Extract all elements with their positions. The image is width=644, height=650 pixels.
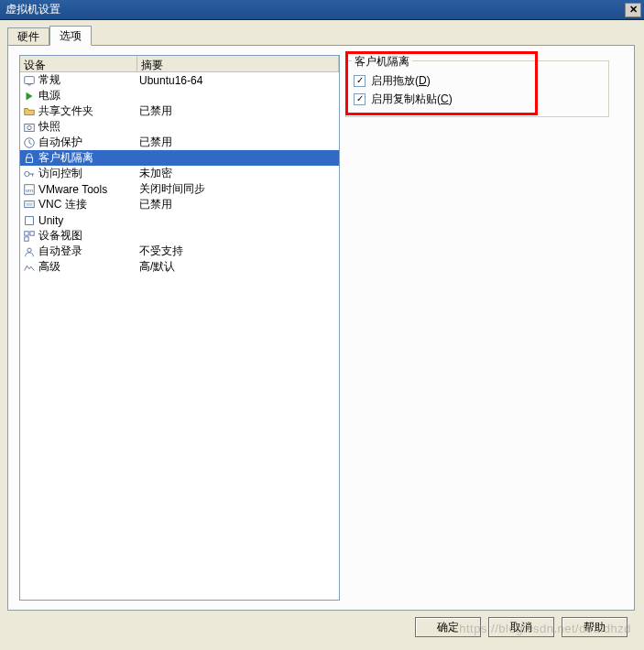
list-item-device: 自动登录 <box>38 244 139 259</box>
groupbox-guest-isolation: 客户机隔离 ✓ 启用拖放(D) ✓ 启用复制粘贴(C) <box>345 60 609 117</box>
checkbox-enable-copy-paste-label: 启用复制粘贴(C) <box>371 92 453 107</box>
folder-icon <box>22 104 37 119</box>
clock-icon <box>22 135 37 150</box>
list-item[interactable]: 常规Ubuntu16-64 <box>20 72 339 88</box>
tools-icon: vm <box>22 182 37 197</box>
list-item-device: 自动保护 <box>38 135 139 150</box>
power-icon <box>22 89 37 103</box>
advanced-icon <box>22 260 37 275</box>
list-item-device: Unity <box>38 214 139 227</box>
list-item-device: 高级 <box>38 259 139 275</box>
list-item-device: VMware Tools <box>38 183 139 196</box>
unity-icon <box>22 213 37 228</box>
svg-rect-6 <box>27 157 33 162</box>
settings-list[interactable]: 设备 摘要 常规Ubuntu16-64电源共享文件夹已禁用快照自动保护已禁用客户… <box>19 55 340 601</box>
tab-hardware[interactable]: 硬件 <box>7 27 49 46</box>
checkbox-enable-copy-paste-row[interactable]: ✓ 启用复制粘贴(C) <box>354 91 601 107</box>
list-item-summary: 不受支持 <box>139 244 339 259</box>
svg-point-4 <box>27 125 31 129</box>
device-icon <box>22 229 37 244</box>
list-item-device: 电源 <box>38 88 139 103</box>
detail-pane: 客户机隔离 ✓ 启用拖放(D) ✓ 启用复制粘贴(C) <box>345 55 623 601</box>
list-item[interactable]: 自动登录不受支持 <box>20 244 339 259</box>
svg-rect-13 <box>25 231 28 234</box>
list-item[interactable]: 客户机隔离 <box>20 150 339 166</box>
help-button[interactable]: 帮助 <box>562 617 628 637</box>
group-title: 客户机隔离 <box>352 54 412 70</box>
list-item-summary: 已禁用 <box>139 197 339 212</box>
general-icon <box>22 73 37 88</box>
list-item-device: 设备视图 <box>38 228 139 244</box>
close-button[interactable]: ✕ <box>625 3 641 17</box>
svg-rect-15 <box>25 236 28 240</box>
svg-marker-2 <box>27 92 33 100</box>
list-item-device: VNC 连接 <box>38 197 139 212</box>
login-icon <box>22 244 37 259</box>
snapshot-icon <box>22 120 37 135</box>
list-item[interactable]: 快照 <box>20 119 339 135</box>
list-item-summary: 未加密 <box>139 166 339 181</box>
checkbox-enable-drag-drop[interactable]: ✓ <box>354 75 366 87</box>
list-item[interactable]: 访问控制未加密 <box>20 166 339 181</box>
list-item-summary: 已禁用 <box>139 103 339 119</box>
cancel-button[interactable]: 取消 <box>488 617 554 637</box>
dialog-body: 硬件 选项 设备 摘要 常规Ubuntu16-64电源共享文件夹已禁用快照自动保… <box>0 20 644 618</box>
list-item-device: 快照 <box>38 119 139 135</box>
list-item[interactable]: 设备视图 <box>20 228 339 244</box>
list-item-summary: 已禁用 <box>139 135 339 150</box>
list-item[interactable]: 电源 <box>20 88 339 103</box>
col-device[interactable]: 设备 <box>20 56 137 71</box>
list-item[interactable]: 自动保护已禁用 <box>20 135 339 150</box>
checkbox-enable-drag-drop-row[interactable]: ✓ 启用拖放(D) <box>354 72 601 89</box>
vnc-icon <box>22 198 37 212</box>
list-item-device: 共享文件夹 <box>38 103 139 119</box>
tab-options[interactable]: 选项 <box>49 26 92 46</box>
tab-strip: 硬件 选项 <box>7 26 637 46</box>
list-header: 设备 摘要 <box>20 56 339 72</box>
lock-icon <box>22 151 37 166</box>
list-item-device: 客户机隔离 <box>38 150 139 166</box>
svg-rect-12 <box>26 216 34 224</box>
list-item-summary: Ubuntu16-64 <box>139 74 339 87</box>
list-item[interactable]: Unity <box>20 212 339 228</box>
list-item[interactable]: vmVMware Tools关闭时间同步 <box>20 181 339 197</box>
tab-content: 设备 摘要 常规Ubuntu16-64电源共享文件夹已禁用快照自动保护已禁用客户… <box>7 45 635 611</box>
list-item-summary: 关闭时间同步 <box>139 181 339 197</box>
ok-button[interactable]: 确定 <box>415 617 481 637</box>
button-row: 确定 取消 帮助 <box>415 617 628 637</box>
checkbox-enable-drag-drop-label: 启用拖放(D) <box>371 73 431 89</box>
list-item-device: 常规 <box>38 72 139 88</box>
checkbox-enable-copy-paste[interactable]: ✓ <box>354 93 366 105</box>
svg-rect-0 <box>25 76 35 83</box>
key-icon <box>22 167 37 181</box>
svg-text:vm: vm <box>26 186 33 192</box>
window-title: 虚拟机设置 <box>5 2 60 17</box>
col-summary[interactable]: 摘要 <box>137 56 339 71</box>
titlebar: 虚拟机设置 ✕ <box>0 0 644 20</box>
svg-point-7 <box>25 171 29 176</box>
svg-rect-14 <box>30 231 34 234</box>
list-item-device: 访问控制 <box>38 166 139 181</box>
svg-point-16 <box>27 248 31 252</box>
svg-rect-11 <box>27 202 33 206</box>
list-item[interactable]: 共享文件夹已禁用 <box>20 103 339 119</box>
svg-rect-1 <box>27 84 31 85</box>
list-item-summary: 高/默认 <box>139 259 339 275</box>
list-item[interactable]: 高级高/默认 <box>20 259 339 275</box>
list-item[interactable]: VNC 连接已禁用 <box>20 197 339 212</box>
svg-rect-3 <box>25 124 35 131</box>
